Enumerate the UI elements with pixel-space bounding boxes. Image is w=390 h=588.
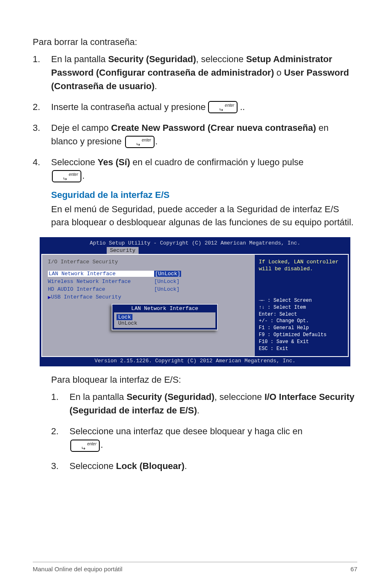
shortcut-line: ↑↓ : Select Item [259,304,344,311]
shortcut-line: +/- : Change Opt. [259,318,344,325]
bios-main: I/O Interface Security LAN Network Inter… [41,254,349,357]
shortcut-line: F1 : General Help [259,325,344,332]
after-intro-text: Para bloquear la interfaz de E/S: [51,375,357,385]
step-4: 4. Seleccione Yes (Sí) en el cuadro de c… [33,155,357,182]
text: . [197,405,199,415]
bios-row-value: [UnLock] [154,286,179,292]
bold-text: Security (Seguridad) [108,54,196,64]
text: Deje el campo [51,123,111,133]
bios-row-label: Wireless Network Interface [48,278,154,285]
step-content: En la pantalla Security (Seguridad), sel… [69,390,357,417]
bios-row-wireless: Wireless Network Interface [UnLock] [48,278,249,285]
step-number: 4. [33,155,51,182]
text: . [155,136,158,146]
step-content: En la pantalla Security (Seguridad), sel… [51,52,357,93]
bios-row-label: USB Interface Security [51,294,157,301]
text: . [82,171,85,181]
clear-password-steps: 1. En la pantalla Security (Seguridad), … [33,52,357,182]
bios-overlay-lock: Lock [117,314,132,320]
text: Seleccione [69,461,116,471]
text: Inserte la contraseña actual y presione [51,100,206,114]
page-footer: Manual Online del equipo portátil 67 [33,562,357,572]
text: En la pantalla [69,392,126,402]
step-content: Inserte la contraseña actual y presione … [51,100,357,114]
step-content: Deje el campo Create New Password (Crear… [51,121,357,148]
bios-row-label: LAN Network Interface [48,271,154,277]
step-content: Seleccione una interfaz que desee bloque… [69,424,357,451]
bold-text: Security (Seguridad) [126,392,214,402]
text: , seleccione [196,54,246,64]
bold-text: Lock (Bloquear) [116,461,184,471]
shortcut-line: →← : Select Screen [259,297,344,304]
bios-row-hdaudio: HD AUDIO Interface [UnLock] [48,286,249,292]
text: , seleccione [215,392,264,402]
bios-help-text: If Locked, LAN controller will be disabl… [259,259,344,273]
bios-row-value: [UnLock] [154,271,181,277]
bios-right-panel: If Locked, LAN controller will be disabl… [255,254,349,357]
lock-interface-steps: 1. En la pantalla Security (Seguridad), … [51,390,357,472]
bios-row-value: [UnLock] [154,278,179,285]
step-number: 3. [33,121,51,148]
step-number: 1. [51,390,69,417]
shortcut-line: Enter: Select [259,311,344,318]
bios-row-label: HD AUDIO Interface [48,286,154,292]
bios-titlebar: Aptio Setup Utility - Copyright (C) 2012… [41,239,349,254]
shortcut-line: ESC : Exit [259,346,344,352]
enter-key-icon [125,136,155,148]
intro-text: Para borrar la contraseña: [33,37,357,47]
after-step-2: 2. Seleccione una interfaz que desee blo… [51,424,357,451]
step-number: 3. [51,459,69,473]
text: . [101,440,103,450]
enter-key-icon [70,440,100,452]
text: . [155,81,157,91]
shortcut-line: F9 : Optimized Defaults [259,332,344,339]
step-number: 2. [51,424,69,451]
bios-panel-header: I/O Interface Security [48,259,249,265]
text: .. [240,100,245,114]
bios-left-panel: I/O Interface Security LAN Network Inter… [41,254,255,357]
bios-title-text: Aptio Setup Utility - Copyright (C) 2012… [41,240,349,246]
step-content: Seleccione Yes (Sí) en el cuadro de conf… [51,155,357,182]
step-2: 2. Inserte la contraseña actual y presio… [33,100,357,114]
bios-row-usb: ▶USB Interface Security [48,294,249,301]
bold-text: Yes (Sí) [98,157,130,167]
after-step-1: 1. En la pantalla Security (Seguridad), … [51,390,357,417]
text: . [184,461,187,471]
shortcut-line: F10 : Save & Exit [259,339,344,346]
bios-screenshot: Aptio Setup Utility - Copyright (C) 2012… [40,237,350,366]
bios-overlay-title: LAN Network Interface [112,305,217,312]
step-number: 2. [33,100,51,114]
bios-overlay-dialog: LAN Network Interface Lock UnLock [112,304,218,330]
bios-overlay-body: Lock UnLock [114,312,215,328]
bold-text: Create New Password (Crear nueva contras… [111,123,316,133]
step-number: 1. [33,52,51,93]
bios-shortcuts: →← : Select Screen ↑↓ : Select Item Ente… [259,297,344,352]
bios-overlay-unlock: UnLock [117,320,139,326]
bios-row-lan: LAN Network Interface [UnLock] [48,271,249,277]
footer-page-number: 67 [350,566,357,572]
step-content: Seleccione Lock (Bloquear). [69,459,357,473]
text: Seleccione [51,157,98,167]
text: Seleccione una interfaz que desee bloque… [69,426,303,436]
step-3: 3. Deje el campo Create New Password (Cr… [33,121,357,148]
enter-key-icon [52,170,81,182]
section-heading: Seguridad de la interfaz E/S [33,190,357,200]
footer-left: Manual Online del equipo portátil [33,566,122,572]
text: En la pantalla [51,54,108,64]
enter-key-icon [208,101,238,113]
bios-footer: Version 2.15.1226. Copyright (C) 2012 Am… [41,357,349,365]
after-step-3: 3. Seleccione Lock (Bloquear). [51,459,357,473]
text: o [274,67,284,78]
text: en el cuadro de confirmación y luego pul… [130,157,303,167]
bios-tab-security: Security [107,247,139,254]
step-1: 1. En la pantalla Security (Seguridad), … [33,52,357,93]
section-body: En el menú de Seguridad, puede acceder a… [33,203,357,229]
